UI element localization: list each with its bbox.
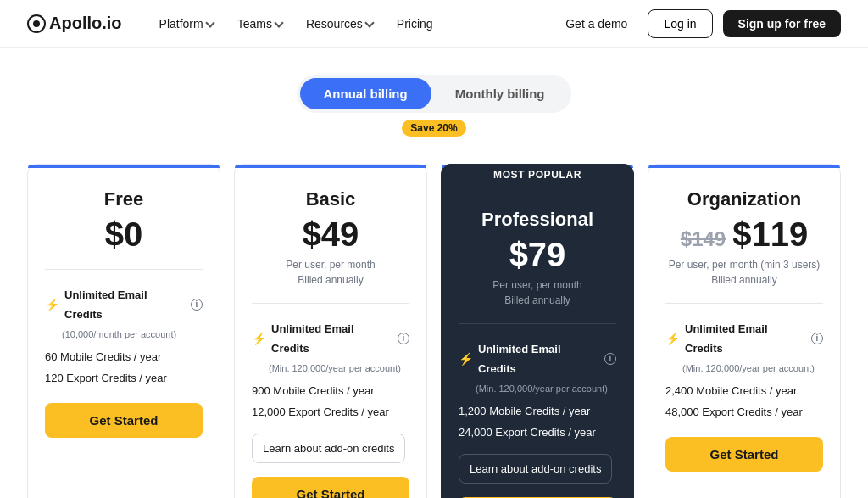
monthly-billing-button[interactable]: Monthly billing	[431, 78, 569, 109]
get-started-button-basic[interactable]: Get Started	[252, 477, 409, 498]
plan-price-old-organization: $149	[681, 227, 726, 251]
plan-period-professional: Per user, per monthBilled annually	[459, 277, 616, 308]
plan-name-professional: Professional	[459, 209, 616, 231]
mobile-credits: 900 Mobile Credits / year	[252, 381, 409, 400]
plan-price-free: $0	[105, 215, 143, 254]
svg-point-1	[33, 20, 40, 27]
annual-billing-button[interactable]: Annual billing	[300, 78, 431, 109]
free-plan-card: Free $0 ⚡ Unlimited Email Credits i (10,…	[27, 164, 220, 498]
addon-credits-button-basic[interactable]: Learn about add-on credits	[252, 434, 405, 463]
nav-links: Platform Teams Resources Pricing	[149, 12, 556, 36]
logo[interactable]: Apollo.io	[27, 14, 122, 33]
chevron-down-icon	[205, 18, 214, 27]
basic-plan-card: Basic $49 Per user, per monthBilled annu…	[234, 164, 427, 498]
get-started-button-organization[interactable]: Get Started	[665, 437, 823, 472]
email-credits-label: Unlimited Email Credits	[271, 319, 392, 359]
mobile-credits: 2,400 Mobile Credits / year	[665, 381, 823, 400]
nav-resources[interactable]: Resources	[296, 12, 383, 36]
export-credits: 120 Export Credits / year	[45, 368, 203, 388]
billing-toggle: Annual billing Monthly billing	[297, 75, 572, 113]
plan-name-basic: Basic	[252, 188, 409, 210]
email-sub: (Min. 120,000/year per account)	[459, 381, 616, 398]
thunder-icon: ⚡	[665, 328, 680, 350]
chevron-down-icon	[274, 18, 283, 27]
login-button[interactable]: Log in	[648, 9, 712, 38]
pricing-section: Free $0 ⚡ Unlimited Email Credits i (10,…	[0, 157, 868, 498]
info-icon[interactable]: i	[398, 333, 409, 344]
mobile-credits: 1,200 Mobile Credits / year	[459, 401, 616, 421]
email-credits-label: Unlimited Email Credits	[478, 339, 599, 379]
organization-plan-card: Organization $149 $119 Per user, per mon…	[648, 164, 841, 498]
email-sub: (Min. 120,000/year per account)	[252, 361, 409, 378]
thunder-icon: ⚡	[45, 294, 59, 316]
plan-name-organization: Organization	[665, 188, 823, 210]
plan-period-organization: Per user, per month (min 3 users)Billed …	[665, 257, 823, 288]
nav-pricing[interactable]: Pricing	[387, 12, 443, 36]
nav-right: Get a demo Log in Sign up for free	[555, 9, 841, 38]
export-credits: 48,000 Export Credits / year	[665, 402, 823, 422]
billing-section: Annual billing Monthly billing Save 20%	[0, 48, 868, 157]
save-badge: Save 20%	[402, 120, 465, 137]
mobile-credits: 60 Mobile Credits / year	[45, 347, 203, 367]
credits-professional: ⚡ Unlimited Email Credits i (Min. 120,00…	[459, 339, 616, 484]
info-icon[interactable]: i	[811, 333, 823, 344]
email-sub: (10,000/month per account)	[45, 327, 203, 344]
signup-button[interactable]: Sign up for free	[723, 10, 841, 37]
thunder-icon: ⚡	[252, 328, 266, 350]
info-icon[interactable]: i	[191, 299, 203, 311]
addon-credits-button-professional[interactable]: Learn about add-on credits	[459, 454, 612, 484]
plan-period-basic: Per user, per monthBilled annually	[252, 257, 409, 288]
export-credits: 12,000 Export Credits / year	[252, 402, 409, 422]
thunder-icon: ⚡	[459, 349, 473, 370]
get-started-button-free[interactable]: Get Started	[45, 403, 203, 438]
credits-basic: ⚡ Unlimited Email Credits i (Min. 120,00…	[252, 319, 409, 463]
professional-plan-card: Most popular Professional $79 Per user, …	[441, 164, 634, 498]
export-credits: 24,000 Export Credits / year	[459, 422, 616, 442]
chevron-down-icon	[364, 18, 374, 27]
popular-badge: Most popular	[442, 164, 633, 186]
credits-organization: ⚡ Unlimited Email Credits i (Min. 120,00…	[665, 319, 823, 422]
email-credits-label: Unlimited Email Credits	[64, 285, 186, 325]
credits-free: ⚡ Unlimited Email Credits i (10,000/mont…	[45, 285, 203, 388]
plan-price-organization: $119	[732, 215, 808, 254]
email-sub: (Min. 120,000/year per account)	[665, 361, 823, 378]
get-demo-button[interactable]: Get a demo	[555, 12, 637, 36]
plan-price-basic: $49	[303, 215, 359, 254]
plan-price-professional: $79	[509, 236, 566, 274]
nav-teams[interactable]: Teams	[227, 12, 292, 36]
info-icon[interactable]: i	[604, 353, 616, 365]
email-credits-label: Unlimited Email Credits	[685, 319, 806, 359]
plan-name-free: Free	[45, 188, 203, 210]
navbar: Apollo.io Platform Teams Resources Prici…	[0, 0, 868, 48]
nav-platform[interactable]: Platform	[149, 12, 224, 36]
